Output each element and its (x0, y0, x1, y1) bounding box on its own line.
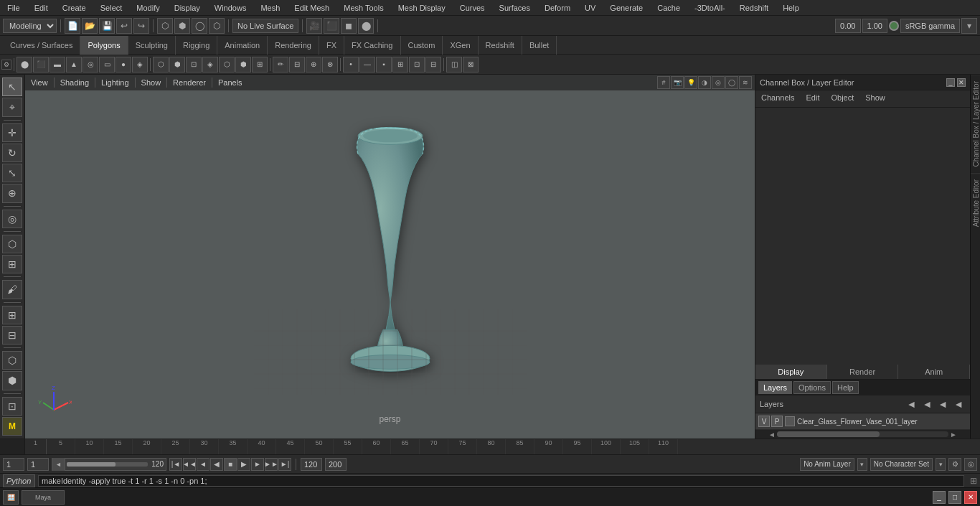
shelf-pen[interactable]: ✏ (273, 57, 288, 72)
shelf-disk[interactable]: ● (116, 57, 131, 72)
pb-start-btn[interactable]: |◄ (169, 458, 182, 471)
shelf-split[interactable]: ⊟ (289, 57, 305, 72)
vp-shadow-btn[interactable]: ◑ (698, 76, 711, 89)
pb-end-btn[interactable]: ►| (278, 458, 291, 471)
range-left-btn[interactable]: ◄ (52, 458, 65, 471)
menu-surfaces[interactable]: Surfaces (495, 2, 534, 14)
command-input[interactable] (38, 475, 964, 487)
shelf-insert[interactable]: ⊕ (306, 57, 321, 72)
panels-menu-item[interactable]: Panels (215, 78, 245, 88)
menu-edit[interactable]: Edit (30, 2, 52, 14)
tab-rigging[interactable]: Rigging (176, 36, 217, 55)
settings-gear-btn[interactable]: ⚙ (948, 458, 961, 471)
scale-tool-btn[interactable]: ⤡ (2, 164, 22, 182)
rotate-tool-btn[interactable]: ↻ (2, 144, 22, 162)
timeline-ruler[interactable]: /* ruler drawn with HTML below */ 1 5 10… (25, 439, 980, 455)
move-btn[interactable]: ⬡ (209, 18, 225, 34)
manip-tool-btn[interactable]: ⊕ (2, 184, 22, 202)
layer-add-btn[interactable]: ◄ (905, 398, 919, 410)
tab-fx[interactable]: FX (319, 36, 344, 55)
snapshot-btn[interactable]: ◼ (341, 18, 357, 34)
range-end-field[interactable]: 200 (325, 458, 347, 471)
channel-tab-edit[interactable]: Edit (800, 90, 825, 107)
view-btn2[interactable]: ⬢ (2, 371, 22, 390)
frame-field2[interactable]: 1 (27, 458, 49, 471)
channel-tab-object[interactable]: Object (825, 90, 859, 107)
sub-tab-layers[interactable]: Layers (758, 381, 792, 394)
command-icon[interactable]: ⊞ (970, 476, 977, 486)
select-btn[interactable]: ⬡ (157, 18, 173, 34)
maximize-btn[interactable]: □ (948, 491, 961, 504)
save-file-btn[interactable]: 💾 (99, 18, 115, 34)
range-start-field[interactable]: 120 (301, 458, 322, 471)
shading-menu-item[interactable]: Shading (57, 78, 92, 88)
shelf-vtx[interactable]: • (343, 57, 359, 72)
menu-cache[interactable]: Cache (653, 2, 684, 14)
tab-fx-caching[interactable]: FX Caching (344, 36, 400, 55)
shelf-plane[interactable]: ▭ (99, 57, 115, 72)
pb-stop-btn[interactable]: ■ (224, 458, 237, 471)
color-space-label[interactable]: sRGB gamma (900, 19, 960, 33)
menu-help[interactable]: Help (778, 2, 804, 14)
lighting-menu-item[interactable]: Lighting (98, 78, 132, 88)
scrollbar-right-arrow[interactable]: ► (948, 429, 958, 439)
vp-ao-btn[interactable]: ◎ (712, 76, 725, 89)
layer-v-btn[interactable]: V (758, 416, 770, 427)
shelf-combine[interactable]: ⬡ (153, 57, 169, 72)
rp-minimize-btn[interactable]: _ (946, 78, 955, 87)
frame-field1[interactable]: 1 (3, 458, 24, 471)
menu-display[interactable]: Display (170, 2, 204, 14)
ipr-btn[interactable]: ⬤ (358, 18, 374, 34)
layer-color-swatch[interactable] (785, 416, 795, 426)
shelf-extrude[interactable]: ⊞ (252, 57, 268, 72)
shelf-multi[interactable]: ⊗ (322, 57, 338, 72)
tab-polygons[interactable]: Polygons (80, 36, 128, 55)
shelf-separate[interactable]: ⬢ (169, 57, 185, 72)
shelf-torus[interactable]: ◎ (83, 57, 98, 72)
pb-prev-frame-btn[interactable]: ◄ (197, 458, 209, 471)
vp-cam-btn[interactable]: 📷 (671, 76, 684, 89)
soft-sel-btn[interactable]: ◎ (2, 210, 22, 228)
menu-3dto[interactable]: -3DtoAll- (690, 2, 730, 14)
minimize-btn[interactable]: _ (933, 491, 946, 504)
shelf-unfold[interactable]: ⊡ (409, 57, 425, 72)
layer-remove-btn[interactable]: ◄ (920, 398, 934, 410)
tab-curves-surfaces[interactable]: Curves / Surfaces (3, 36, 80, 55)
menu-create[interactable]: Create (58, 2, 90, 14)
show-menu-item[interactable]: Show (138, 78, 164, 88)
extra-btn[interactable]: ◎ (964, 458, 977, 471)
view-btn1[interactable]: ⬡ (2, 351, 22, 370)
renderer-menu-item[interactable]: Renderer (170, 78, 209, 88)
menu-file[interactable]: File (3, 2, 24, 14)
menu-editmesh[interactable]: Edit Mesh (290, 2, 334, 14)
menu-deform[interactable]: Deform (540, 2, 575, 14)
vp-grid-btn[interactable]: # (657, 76, 670, 89)
pb-play-rev-btn[interactable]: ◀ (210, 458, 223, 471)
menu-mesh[interactable]: Mesh (256, 2, 284, 14)
shelf-prism[interactable]: ◈ (132, 57, 148, 72)
shelf-smooth[interactable]: ◈ (202, 57, 218, 72)
tab-redshift[interactable]: Redshift (479, 36, 522, 55)
shelf-sym[interactable]: ⊠ (463, 57, 479, 72)
menu-curves[interactable]: Curves (456, 2, 489, 14)
char-set-btn[interactable]: No Character Set (870, 458, 933, 471)
menu-select[interactable]: Select (96, 2, 127, 14)
scrollbar-h[interactable]: ◄ ► (755, 430, 970, 439)
tab-animation[interactable]: Animation (217, 36, 268, 55)
tab-xgen[interactable]: XGen (443, 36, 478, 55)
new-file-btn[interactable]: 📄 (65, 18, 80, 34)
menu-redshift[interactable]: Redshift (735, 2, 773, 14)
shelf-face[interactable]: ▪ (376, 57, 392, 72)
taskbar-btn1[interactable]: 🪟 (3, 490, 19, 505)
lasso-btn[interactable]: ⬢ (174, 18, 190, 34)
tab-rendering[interactable]: Rendering (268, 36, 319, 55)
lasso-tool-btn[interactable]: ⌖ (2, 98, 22, 116)
open-file-btn[interactable]: 📂 (82, 18, 98, 34)
paint-btn2[interactable]: 🖌 (2, 280, 22, 299)
scrollbar-left-arrow[interactable]: ◄ (767, 429, 777, 439)
undo-btn[interactable]: ↩ (116, 18, 132, 34)
shelf-edge[interactable]: — (359, 57, 375, 72)
layer-extra-btn[interactable]: ◄ (951, 398, 966, 410)
rp-tab-anim[interactable]: Anim (898, 365, 970, 379)
move-tool-btn[interactable]: ✛ (2, 123, 22, 142)
